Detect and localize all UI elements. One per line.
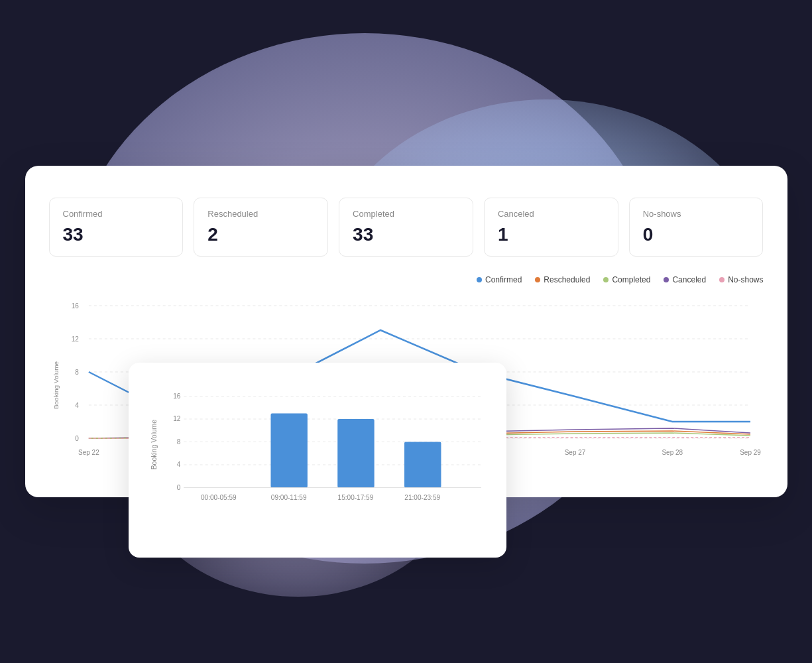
stat-value: 33 <box>63 224 170 245</box>
svg-text:Booking Volume: Booking Volume <box>52 361 59 409</box>
chart-legend: Confirmed Rescheduled Completed Canceled… <box>49 275 764 284</box>
main-card: Confirmed 33 Rescheduled 2 Completed 33 … <box>25 166 787 497</box>
stat-card-confirmed: Confirmed 33 <box>49 198 184 257</box>
svg-text:4: 4 <box>176 461 180 468</box>
legend-item-completed: Completed <box>603 275 650 284</box>
stat-label: No-shows <box>643 209 750 219</box>
stat-card-canceled: Canceled 1 <box>484 198 618 257</box>
svg-text:Sep 29: Sep 29 <box>740 449 761 456</box>
legend-dot <box>719 277 725 282</box>
legend-label: Confirmed <box>485 275 522 284</box>
legend-dot <box>535 277 540 282</box>
svg-text:15:00-17:59: 15:00-17:59 <box>337 494 373 501</box>
svg-text:8: 8 <box>176 438 180 445</box>
stat-value: 2 <box>207 224 314 245</box>
popup-card: 0 4 8 12 16 Booking Volume <box>129 363 506 558</box>
legend-dot <box>603 277 609 282</box>
svg-text:Booking Volume: Booking Volume <box>150 420 158 470</box>
stat-label: Completed <box>353 209 459 219</box>
stat-value: 33 <box>353 224 459 245</box>
legend-dot <box>664 277 669 282</box>
svg-text:Sep 28: Sep 28 <box>662 449 683 456</box>
svg-text:0: 0 <box>75 435 79 442</box>
legend-label: Completed <box>612 275 650 284</box>
svg-text:4: 4 <box>75 402 79 409</box>
stat-card-completed: Completed 33 <box>339 198 473 257</box>
svg-text:12: 12 <box>71 335 79 343</box>
stat-label: Canceled <box>498 209 605 219</box>
svg-text:00:00-05:59: 00:00-05:59 <box>200 494 236 501</box>
stat-card-rescheduled: Rescheduled 2 <box>194 198 328 257</box>
svg-rect-32 <box>337 419 374 488</box>
chart-area: Confirmed Rescheduled Completed Canceled… <box>49 275 764 478</box>
svg-text:16: 16 <box>71 302 79 310</box>
svg-rect-31 <box>270 414 307 488</box>
popup-chart-svg: 0 4 8 12 16 Booking Volume <box>147 389 488 542</box>
svg-text:12: 12 <box>173 415 180 422</box>
legend-item-no-shows: No-shows <box>719 275 763 284</box>
legend-item-canceled: Canceled <box>664 275 706 284</box>
svg-rect-33 <box>404 442 441 487</box>
stats-row: Confirmed 33 Rescheduled 2 Completed 33 … <box>49 198 764 257</box>
legend-label: Rescheduled <box>544 275 590 284</box>
svg-text:0: 0 <box>176 483 180 491</box>
svg-text:Sep 27: Sep 27 <box>564 449 585 456</box>
legend-item-rescheduled: Rescheduled <box>535 275 590 284</box>
svg-text:09:00-11:59: 09:00-11:59 <box>270 494 306 501</box>
svg-text:Sep 22: Sep 22 <box>78 449 99 456</box>
stat-card-no-shows: No-shows 0 <box>629 198 764 257</box>
legend-item-confirmed: Confirmed <box>477 275 522 284</box>
popup-chart-container: 0 4 8 12 16 Booking Volume <box>147 389 488 542</box>
svg-text:16: 16 <box>173 392 180 399</box>
stat-label: Confirmed <box>63 209 170 219</box>
svg-text:21:00-23:59: 21:00-23:59 <box>404 494 440 501</box>
legend-label: No-shows <box>728 275 763 284</box>
legend-dot <box>477 277 482 282</box>
svg-text:8: 8 <box>75 369 79 376</box>
legend-label: Canceled <box>672 275 706 284</box>
stat-value: 1 <box>498 224 605 245</box>
stat-label: Rescheduled <box>207 209 314 219</box>
stat-value: 0 <box>643 224 750 245</box>
